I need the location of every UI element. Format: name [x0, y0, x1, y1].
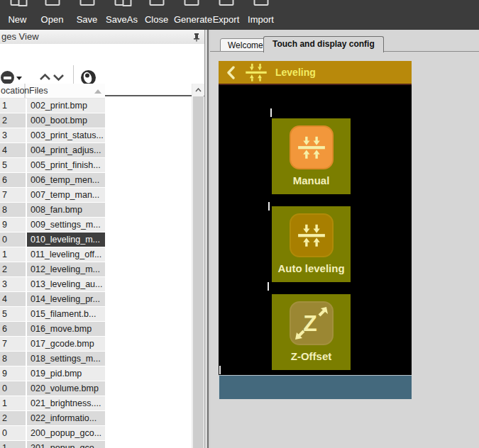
- file-name-cell[interactable]: 013_leveling_au...: [27, 277, 105, 291]
- table-row[interactable]: 7 017_gcode.bmp: [0, 337, 105, 351]
- toolbar-button-label: SaveAs: [104, 14, 139, 25]
- leveling-icon: [243, 63, 269, 82]
- preview-screen-body: Manual: [219, 86, 412, 375]
- panel-splitter[interactable]: [204, 30, 210, 448]
- toolbar-button[interactable]: Save: [70, 0, 104, 30]
- file-name-cell[interactable]: 020_volume.bmp: [27, 381, 105, 396]
- table-row[interactable]: 4 004_print_adjus...: [0, 143, 105, 157]
- file-name-cell[interactable]: 010_leveling_m...: [27, 233, 105, 247]
- manual-leveling-button[interactable]: Manual: [272, 118, 351, 194]
- file-name-cell[interactable]: 015_filament.b...: [27, 307, 105, 321]
- toolbar-button-icon: [253, 0, 268, 6]
- table-row[interactable]: 6 006_temp_men...: [0, 173, 105, 187]
- table-row[interactable]: 2 012_leveling_m...: [0, 262, 105, 276]
- table-row[interactable]: 4 014_leveling_pr...: [0, 292, 105, 306]
- toolbar-button[interactable]: Export: [209, 0, 243, 30]
- move-down-icon[interactable]: [53, 73, 65, 82]
- images-view-panel: ges View: [0, 30, 204, 448]
- toolbar-button[interactable]: Import: [243, 0, 278, 30]
- toolbar-button-icon: [79, 0, 94, 6]
- file-name-cell[interactable]: 003_print_status...: [27, 128, 105, 142]
- file-name-cell[interactable]: 014_leveling_pr...: [27, 292, 105, 306]
- table-row[interactable]: 8 018_settings_m...: [0, 352, 105, 366]
- preview-title: Leveling: [275, 67, 316, 78]
- file-name-cell[interactable]: 012_leveling_m...: [27, 262, 105, 276]
- location-cell: 7: [0, 337, 26, 351]
- file-name-cell[interactable]: 000_boot.bmp: [27, 113, 105, 128]
- toolbar-button-label: New: [0, 14, 35, 25]
- scrollbar-thumb[interactable]: [193, 96, 204, 448]
- table-row[interactable]: 1 021_brightness....: [0, 396, 105, 410]
- file-name-cell[interactable]: 011_leveling_off...: [27, 247, 105, 262]
- file-name-cell[interactable]: 200_popup_gco...: [27, 426, 105, 440]
- file-name-cell[interactable]: 018_settings_m...: [27, 352, 105, 366]
- table-row[interactable]: 1 011_leveling_off...: [0, 247, 105, 262]
- file-name-cell[interactable]: 016_move.bmp: [27, 322, 105, 336]
- table-row[interactable]: 3 003_print_status...: [0, 128, 105, 142]
- z-offset-label: Z-Offset: [272, 350, 351, 362]
- move-up-icon[interactable]: [39, 73, 51, 82]
- toolbar-button-label: Save: [70, 14, 104, 25]
- table-row[interactable]: 9 019_pid.bmp: [0, 366, 105, 381]
- table-row[interactable]: 1 201_popup_gco...: [0, 441, 105, 448]
- auto-leveling-button[interactable]: Auto leveling: [272, 206, 351, 282]
- table-row[interactable]: 3 013_leveling_au...: [0, 277, 105, 291]
- toolbar-button[interactable]: SaveAs: [104, 0, 139, 30]
- location-cell: 2: [0, 262, 26, 276]
- table-row[interactable]: 1 002_print.bmp: [0, 99, 105, 113]
- remove-image-icon[interactable]: [1, 71, 14, 84]
- table-row[interactable]: 5 005_print_finish...: [0, 158, 105, 172]
- file-name-cell[interactable]: 019_pid.bmp: [27, 366, 105, 381]
- table-row[interactable]: 2 000_boot.bmp: [0, 113, 105, 128]
- file-name-cell[interactable]: 017_gcode.bmp: [27, 337, 105, 351]
- location-cell: 6: [0, 173, 26, 187]
- file-name-cell[interactable]: 201_popup_gco...: [27, 441, 105, 448]
- table-row[interactable]: 7 007_temp_man...: [0, 188, 105, 202]
- toolbar-button[interactable]: New: [0, 0, 35, 30]
- toolbar-button[interactable]: Close: [139, 0, 174, 30]
- table-row[interactable]: 6 016_move.bmp: [0, 322, 105, 336]
- column-header-location[interactable]: ocation: [0, 84, 26, 98]
- preview-footer-bar: [219, 375, 412, 399]
- screen-preview: Leveling: [219, 61, 412, 399]
- tab-touch-display-config[interactable]: Touch and display config: [263, 36, 384, 52]
- file-name-cell[interactable]: 009_settings_m...: [27, 218, 105, 232]
- location-cell: 1: [0, 441, 26, 448]
- file-name-cell[interactable]: 022_informatio...: [27, 411, 105, 425]
- toolbar-button-label: Close: [139, 14, 174, 25]
- file-name-cell[interactable]: 008_fan.bmp: [27, 203, 105, 217]
- toolbar-button-icon: [10, 0, 25, 6]
- pin-icon[interactable]: [192, 33, 201, 42]
- table-row[interactable]: 5 015_filament.b...: [0, 307, 105, 321]
- file-name-cell[interactable]: 006_temp_men...: [27, 173, 105, 187]
- toolbar-button[interactable]: Open: [35, 0, 70, 30]
- toolbar-button-icon: [149, 0, 164, 6]
- auto-leveling-label: Auto leveling: [272, 262, 351, 274]
- table-row[interactable]: 0 020_volume.bmp: [0, 381, 105, 396]
- remove-dropdown-caret[interactable]: [16, 77, 22, 80]
- z-offset-button[interactable]: Z Z-Offset: [272, 294, 351, 370]
- table-row[interactable]: 9 009_settings_m...: [0, 218, 105, 232]
- toolbar-button-icon: [114, 0, 129, 6]
- file-name-cell[interactable]: 007_temp_man...: [27, 188, 105, 202]
- location-cell: 0: [0, 426, 26, 440]
- toolbar-button[interactable]: Generate: [174, 0, 209, 30]
- location-cell: 9: [0, 366, 26, 381]
- config-panel: Welcome Touch and display config: [210, 30, 479, 448]
- table-row[interactable]: 2 022_informatio...: [0, 411, 105, 425]
- column-header-files[interactable]: Files: [26, 84, 105, 98]
- scroll-up-button[interactable]: [192, 84, 204, 96]
- table-row[interactable]: 0 010_leveling_m...: [0, 233, 105, 247]
- location-cell: 0: [0, 233, 26, 247]
- table-row[interactable]: 0 200_popup_gco...: [0, 426, 105, 440]
- back-icon[interactable]: [226, 66, 235, 79]
- app-window: New Open Save SaveAs Close: [0, 0, 479, 448]
- file-name-cell[interactable]: 005_print_finish...: [27, 158, 105, 172]
- vertical-scrollbar[interactable]: [192, 84, 204, 448]
- grid-header: ocation Files: [0, 84, 105, 99]
- location-cell: 0: [0, 381, 26, 396]
- file-name-cell[interactable]: 004_print_adjus...: [27, 143, 105, 157]
- file-name-cell[interactable]: 002_print.bmp: [27, 99, 105, 113]
- table-row[interactable]: 8 008_fan.bmp: [0, 203, 105, 217]
- file-name-cell[interactable]: 021_brightness....: [27, 396, 105, 410]
